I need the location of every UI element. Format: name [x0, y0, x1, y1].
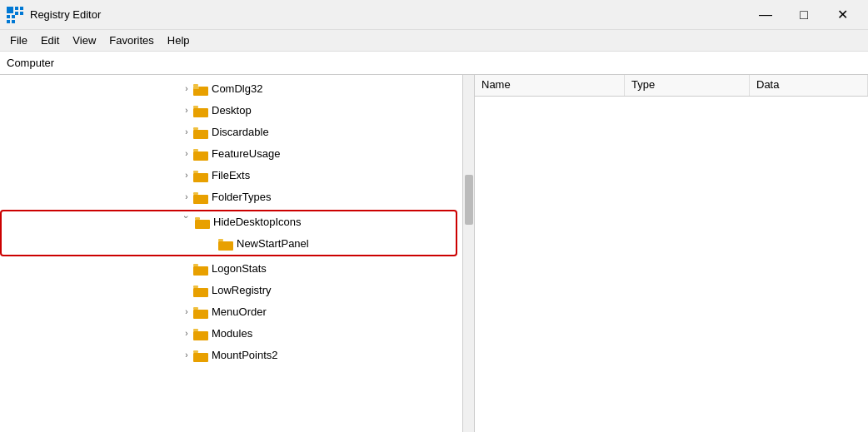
- tree-item-lowregistry[interactable]: · LowRegistry: [0, 280, 462, 301]
- folder-icon-featureusage: [193, 148, 208, 160]
- expander-fileexts[interactable]: ›: [180, 169, 193, 182]
- label-desktop: Desktop: [212, 102, 252, 120]
- address-bar: Computer: [0, 52, 868, 75]
- tree-item-comdlg32[interactable]: › ComDlg32: [0, 78, 462, 100]
- expander-hidedesktopicons[interactable]: ›: [182, 216, 195, 229]
- window-controls: — □ ✕: [746, 2, 861, 27]
- label-mountpoints2: MountPoints2: [212, 346, 278, 365]
- label-lowregistry: LowRegistry: [212, 281, 272, 300]
- label-newstartpanel: NewStartPanel: [237, 235, 309, 253]
- label-hidedesktopicons: HideDesktopIcons: [213, 213, 302, 231]
- svg-rect-1: [15, 7, 18, 10]
- svg-rect-8: [12, 20, 15, 23]
- expander-mountpoints2[interactable]: ›: [180, 349, 193, 362]
- label-menuorder: MenuOrder: [212, 303, 267, 321]
- label-discardable: Discardable: [212, 123, 269, 142]
- maximize-button[interactable]: □: [785, 2, 823, 27]
- svg-rect-25: [218, 239, 223, 241]
- svg-rect-15: [193, 127, 198, 130]
- col-header-data: Data: [750, 75, 868, 96]
- menu-view[interactable]: View: [66, 32, 102, 48]
- svg-rect-29: [193, 286, 198, 288]
- svg-rect-21: [193, 192, 198, 195]
- svg-rect-26: [193, 266, 208, 276]
- expander-featureusage[interactable]: ›: [180, 147, 193, 161]
- tree-pane: › ComDlg32 › Desktop › Discardable: [0, 75, 475, 432]
- tree-item-mountpoints2[interactable]: › MountPoints2: [0, 345, 462, 366]
- tree-item-discardable[interactable]: › Discardable: [0, 122, 462, 143]
- tree-scrollbar[interactable]: [462, 75, 474, 432]
- detail-pane: Name Type Data: [475, 75, 868, 432]
- svg-rect-30: [193, 310, 208, 319]
- main-content: › ComDlg32 › Desktop › Discardable: [0, 75, 868, 432]
- folder-icon-menuorder: [193, 306, 208, 318]
- label-comdlg32: ComDlg32: [212, 80, 262, 98]
- svg-rect-22: [195, 220, 210, 229]
- svg-rect-20: [193, 195, 208, 204]
- folder-icon-discardable: [193, 127, 208, 138]
- svg-rect-17: [193, 149, 198, 151]
- svg-rect-33: [193, 329, 198, 331]
- svg-rect-14: [193, 130, 208, 139]
- svg-rect-0: [7, 7, 13, 13]
- menu-help[interactable]: Help: [161, 32, 197, 48]
- tree-item-fileexts[interactable]: › FileExts: [0, 165, 462, 186]
- svg-rect-11: [193, 84, 198, 87]
- svg-rect-10: [193, 87, 199, 89]
- title-bar: Registry Editor — □ ✕: [0, 0, 868, 30]
- menu-favorites[interactable]: Favorites: [102, 32, 160, 48]
- svg-rect-13: [193, 106, 198, 108]
- tree-item-desktop[interactable]: › Desktop: [0, 100, 462, 122]
- svg-rect-16: [193, 151, 208, 161]
- expander-discardable[interactable]: ›: [180, 126, 193, 139]
- svg-rect-28: [193, 288, 208, 297]
- folder-icon-newstartpanel: [218, 238, 233, 250]
- expander-modules[interactable]: ›: [180, 327, 193, 340]
- svg-rect-31: [193, 307, 198, 310]
- svg-rect-5: [7, 15, 10, 18]
- expander-foldertypes[interactable]: ›: [180, 191, 193, 204]
- expander-desktop[interactable]: ›: [180, 104, 193, 117]
- menu-file[interactable]: File: [3, 32, 34, 48]
- folder-icon-fileexts: [193, 170, 208, 181]
- folder-icon-foldertypes: [193, 191, 208, 203]
- minimize-button[interactable]: —: [746, 2, 785, 27]
- col-header-type: Type: [625, 75, 750, 96]
- close-button[interactable]: ✕: [823, 2, 861, 27]
- tree-item-logonstats[interactable]: · LogonStats: [0, 258, 462, 280]
- tree-item-foldertypes[interactable]: › FolderTypes: [0, 186, 462, 208]
- tree-item-featureusage[interactable]: › FeatureUsage: [0, 143, 462, 165]
- address-path: Computer: [7, 57, 54, 69]
- label-featureusage: FeatureUsage: [212, 145, 280, 163]
- menu-edit[interactable]: Edit: [34, 32, 66, 48]
- tree-item-modules[interactable]: › Modules: [0, 323, 462, 345]
- tree-item-menuorder[interactable]: › MenuOrder: [0, 301, 462, 323]
- app-icon: [7, 7, 23, 23]
- highlighted-group: › HideDesktopIcons · NewStartPanel: [0, 210, 457, 256]
- svg-rect-35: [193, 350, 198, 353]
- svg-rect-6: [12, 15, 15, 18]
- svg-rect-18: [193, 173, 208, 182]
- svg-rect-19: [193, 171, 198, 173]
- svg-rect-2: [15, 12, 18, 15]
- tree-item-newstartpanel[interactable]: · NewStartPanel: [2, 233, 456, 255]
- folder-icon-desktop: [193, 105, 208, 117]
- scrollbar-thumb[interactable]: [465, 175, 473, 225]
- folder-icon-mountpoints2: [193, 350, 208, 361]
- tree-scroll[interactable]: › ComDlg32 › Desktop › Discardable: [0, 75, 462, 432]
- svg-rect-4: [20, 12, 23, 15]
- svg-rect-27: [193, 264, 198, 266]
- svg-rect-12: [193, 108, 208, 117]
- label-modules: Modules: [212, 325, 252, 343]
- col-header-name: Name: [475, 75, 625, 96]
- svg-rect-3: [20, 7, 23, 10]
- tree-item-hidedesktopicons[interactable]: › HideDesktopIcons: [2, 211, 456, 233]
- folder-icon-comdlg32: [193, 83, 208, 95]
- expander-comdlg32[interactable]: ›: [180, 82, 193, 96]
- svg-rect-32: [193, 331, 208, 340]
- detail-header: Name Type Data: [475, 75, 868, 97]
- expander-menuorder[interactable]: ›: [180, 305, 193, 319]
- label-fileexts: FileExts: [212, 166, 250, 185]
- label-foldertypes: FolderTypes: [212, 188, 272, 206]
- menu-bar: File Edit View Favorites Help: [0, 30, 868, 52]
